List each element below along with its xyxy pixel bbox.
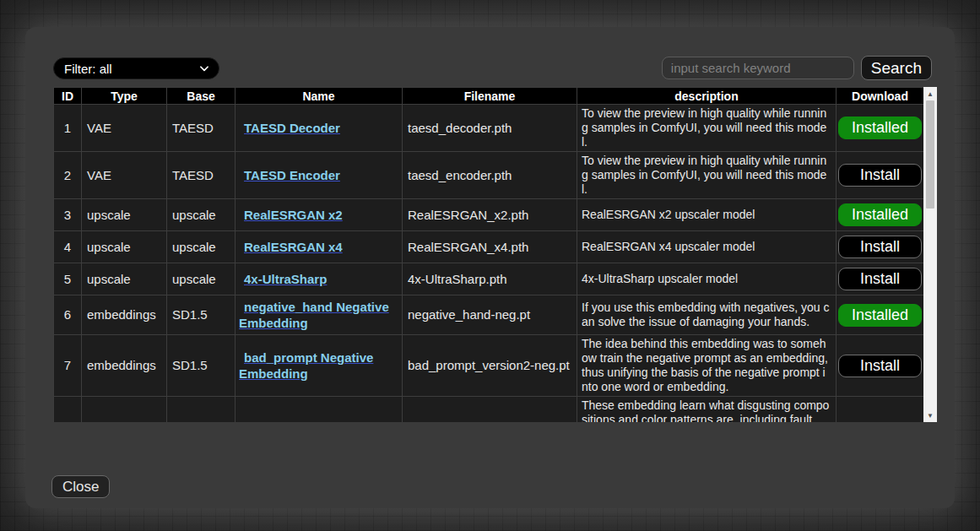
install-button[interactable]: Install [838, 236, 922, 258]
model-name-label: TAESD Encoder [244, 168, 340, 182]
cell-base: SD1.5 [167, 335, 236, 397]
table-row: 5upscaleupscale4x-UltraSharp4x-UltraShar… [54, 263, 924, 295]
cell-download: Installed [837, 295, 924, 335]
cell-filename: taesd_decoder.pth [403, 105, 577, 152]
model-name-link[interactable]: TAESD Decoder [239, 120, 398, 136]
cell-type: VAE [82, 152, 167, 199]
cell-name: negative_hand Negative Embedding [236, 295, 403, 335]
cell-id: 6 [54, 295, 82, 335]
cell-id: 3 [54, 199, 82, 231]
table-row: 6embeddingsSD1.5negative_hand Negative E… [54, 295, 924, 335]
table-row: 1VAETAESDTAESD Decodertaesd_decoder.pthT… [54, 105, 924, 152]
cell-name: bad_prompt Negative Embedding [236, 335, 403, 397]
column-header-name: Name [236, 88, 403, 105]
scroll-up-arrow-icon[interactable]: ▲ [923, 87, 937, 100]
cell-id [54, 397, 82, 423]
search-button[interactable]: Search [861, 56, 932, 80]
search-input[interactable] [662, 57, 854, 79]
model-name-link[interactable]: bad_prompt Negative Embedding [239, 349, 398, 382]
cell-base: TAESD [167, 105, 236, 152]
cell-description: 4x-UltraSharp upscaler model [577, 263, 837, 295]
cell-filename: RealESRGAN_x4.pth [403, 231, 577, 263]
cell-download: Install [837, 263, 924, 295]
model-name-link[interactable]: 4x-UltraSharp [239, 271, 398, 287]
cell-base: upscale [167, 199, 236, 231]
cell-description: If you use this embedding with negatives… [577, 295, 837, 335]
table-row: 7embeddingsSD1.5bad_prompt Negative Embe… [54, 335, 924, 397]
cell-description: RealESRGAN x2 upscaler model [577, 199, 837, 231]
install-button[interactable]: Install [838, 268, 922, 290]
cell-filename [403, 397, 577, 423]
cell-name: 4x-UltraSharp [236, 263, 403, 295]
cell-id: 4 [54, 231, 82, 263]
filter-select[interactable]: Filter: all [53, 57, 219, 79]
column-header-description: description [577, 88, 837, 105]
cell-id: 5 [54, 263, 82, 295]
cell-download: Install [837, 231, 924, 263]
model-name-link[interactable]: RealESRGAN x2 [239, 207, 398, 223]
cell-download: Installed [837, 105, 924, 152]
cell-filename: negative_hand-neg.pt [403, 295, 577, 335]
table-header-row: IDTypeBaseNameFilenamedescriptionDownloa… [54, 88, 924, 105]
model-name-link[interactable]: RealESRGAN x4 [239, 239, 398, 255]
cell-download: Install [837, 335, 924, 397]
table-row: 2VAETAESDTAESD Encodertaesd_encoder.pthT… [54, 152, 924, 199]
cell-type: upscale [82, 231, 167, 263]
filter-select-label: Filter: all [64, 62, 112, 76]
chevron-down-icon [198, 62, 210, 74]
table-row: 3upscaleupscaleRealESRGAN x2RealESRGAN_x… [54, 199, 924, 231]
model-manager-dialog: Filter: all Search IDTypeBaseNameFilenam… [25, 27, 955, 508]
cell-type [82, 397, 167, 423]
cell-name [236, 397, 403, 423]
scroll-down-arrow-icon[interactable]: ▼ [923, 409, 937, 422]
cell-type: VAE [82, 105, 167, 152]
cell-download: Install [837, 152, 924, 199]
cell-download [837, 397, 924, 423]
model-table: IDTypeBaseNameFilenamedescriptionDownloa… [53, 87, 923, 422]
cell-id: 1 [54, 105, 82, 152]
cell-type: embeddings [82, 335, 167, 397]
cell-base: SD1.5 [167, 295, 236, 335]
cell-base: upscale [167, 263, 236, 295]
column-header-download: Download [837, 88, 924, 105]
cell-id: 7 [54, 335, 82, 397]
cell-name: TAESD Decoder [236, 105, 403, 152]
cell-name: TAESD Encoder [236, 152, 403, 199]
table-row: These embedding learn what disgusting co… [54, 397, 924, 423]
model-name-label: bad_prompt Negative Embedding [239, 350, 373, 381]
cell-filename: bad_prompt_version2-neg.pt [403, 335, 577, 397]
table-row: 4upscaleupscaleRealESRGAN x4RealESRGAN_x… [54, 231, 924, 263]
cell-type: upscale [82, 263, 167, 295]
installed-button[interactable]: Installed [838, 116, 922, 139]
column-header-base: Base [167, 88, 236, 105]
cell-base [167, 397, 236, 423]
cell-download: Installed [837, 199, 924, 231]
cell-description: The idea behind this embedding was to so… [577, 335, 837, 397]
cell-description: These embedding learn what disgusting co… [577, 397, 837, 423]
cell-base: TAESD [167, 152, 236, 199]
cell-type: embeddings [82, 295, 167, 335]
install-button[interactable]: Install [838, 164, 922, 187]
cell-filename: taesd_encoder.pth [403, 152, 577, 199]
installed-button[interactable]: Installed [838, 203, 922, 226]
cell-filename: RealESRGAN_x2.pth [403, 199, 577, 231]
installed-button[interactable]: Installed [838, 304, 922, 327]
cell-id: 2 [54, 152, 82, 199]
model-name-link[interactable]: TAESD Encoder [239, 167, 398, 183]
scrollbar-thumb[interactable] [926, 100, 934, 209]
model-name-label: 4x-UltraSharp [244, 272, 327, 286]
model-name-label: negative_hand Negative Embedding [239, 300, 389, 330]
table-scrollbar[interactable]: ▲ ▼ [923, 87, 937, 422]
close-button[interactable]: Close [51, 475, 110, 498]
cell-description: To view the preview in high quality whil… [577, 152, 837, 199]
model-name-label: RealESRGAN x4 [244, 240, 343, 254]
cell-base: upscale [167, 231, 236, 263]
cell-description: RealESRGAN x4 upscaler model [577, 231, 837, 263]
install-button[interactable]: Install [838, 355, 922, 377]
model-table-scroll-area: IDTypeBaseNameFilenamedescriptionDownloa… [53, 87, 923, 422]
column-header-type: Type [82, 88, 167, 105]
model-table-zone: IDTypeBaseNameFilenamedescriptionDownloa… [53, 87, 937, 422]
model-name-label: RealESRGAN x2 [244, 208, 343, 222]
model-name-link[interactable]: negative_hand Negative Embedding [239, 299, 398, 331]
cell-type: upscale [82, 199, 167, 231]
